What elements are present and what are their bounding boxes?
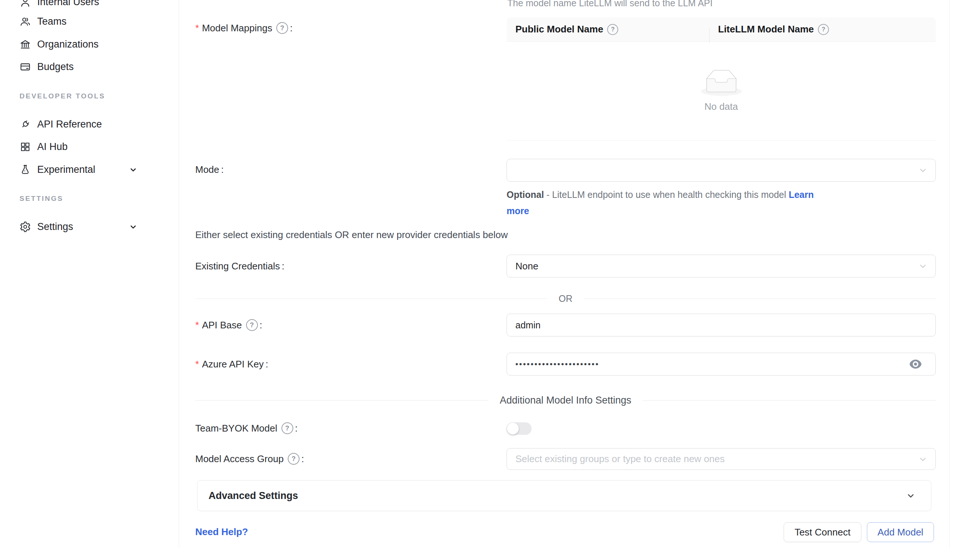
need-help-link[interactable]: Need Help? (195, 526, 248, 538)
help-icon[interactable]: ? (288, 453, 299, 465)
sidebar-item-settings[interactable]: Settings (0, 215, 138, 238)
sidebar-item-label: Internal Users (37, 0, 99, 8)
required-mark: * (195, 358, 199, 370)
sidebar-item-label: Experimental (37, 164, 95, 175)
team-byok-label: Team-BYOK Model ? : (195, 422, 298, 435)
model-access-group-select[interactable]: Select existing groups or type to create… (507, 448, 936, 470)
table-header-row: Public Model Name ? LiteLLM Model Name ? (507, 18, 936, 41)
sidebar-item-organizations[interactable]: Organizations (0, 33, 138, 56)
user-icon (19, 0, 31, 8)
chevron-down-icon (918, 261, 928, 271)
chevron-down-icon (918, 454, 928, 464)
api-base-field-wrap (507, 314, 936, 336)
required-mark: * (195, 320, 199, 331)
api-plug-icon (19, 119, 31, 130)
sidebar-item-label: Settings (37, 221, 73, 233)
team-byok-toggle[interactable] (507, 422, 531, 435)
api-base-label: * API Base ? : (195, 319, 262, 331)
azure-api-key-label: * Azure API Key : (195, 358, 268, 370)
add-model-button[interactable]: Add Model (867, 522, 934, 542)
sidebar-item-label: Teams (37, 16, 67, 27)
sidebar-item-label: AI Hub (37, 141, 68, 153)
help-icon[interactable]: ? (246, 319, 258, 331)
advanced-settings-panel[interactable]: Advanced Settings (197, 480, 931, 511)
eye-icon[interactable] (908, 358, 923, 370)
existing-credentials-label: Existing Credentials : (195, 260, 285, 272)
no-data-text: No data (705, 101, 738, 112)
required-mark: * (195, 22, 199, 34)
chevron-down-icon (128, 222, 138, 232)
chevron-down-icon (128, 165, 138, 175)
column-header-litellm-model-name: LiteLLM Model Name ? (709, 24, 936, 35)
mode-select[interactable] (507, 159, 936, 182)
help-icon[interactable]: ? (818, 24, 829, 35)
empty-box-icon (701, 70, 742, 96)
sidebar-item-label: API Reference (37, 119, 102, 130)
sidebar-item-experimental[interactable]: Experimental (0, 158, 138, 181)
credit-card-icon (19, 61, 31, 73)
chevron-down-icon (918, 166, 928, 175)
advanced-settings-title: Advanced Settings (208, 490, 298, 502)
sidebar-item-label: Organizations (37, 39, 99, 50)
credentials-note: Either select existing credentials OR en… (195, 229, 508, 241)
additional-settings-divider-text: Additional Model Info Settings (500, 395, 631, 406)
sidebar: Internal Users Teams Organizations Budge… (0, 0, 179, 548)
bank-icon (19, 39, 31, 50)
model-mappings-table: Public Model Name ? LiteLLM Model Name ?… (507, 18, 936, 141)
additional-settings-divider: Additional Model Info Settings (195, 395, 936, 406)
model-name-hint: The model name LiteLLM will send to the … (508, 0, 713, 8)
content-right-border (950, 0, 950, 548)
mode-help-text: Optional - LiteLLM endpoint to use when … (507, 186, 833, 219)
model-access-group-placeholder: Select existing groups or type to create… (515, 453, 725, 465)
api-base-input[interactable] (515, 320, 915, 331)
existing-credentials-select[interactable]: None (507, 255, 936, 277)
mode-label: Mode : (195, 163, 224, 176)
help-icon[interactable]: ? (607, 24, 618, 35)
users-icon (19, 16, 31, 27)
sidebar-section-developer-tools: DEVELOPER TOOLS (19, 92, 105, 100)
sidebar-item-label: Budgets (37, 61, 74, 73)
column-header-public-model-name: Public Model Name ? (507, 24, 709, 35)
azure-api-key-field-wrap (507, 353, 936, 376)
appstore-icon (19, 141, 31, 153)
chevron-down-icon (905, 490, 916, 501)
or-divider: OR (195, 293, 936, 304)
model-mappings-label: * Model Mappings ? : (195, 22, 293, 34)
sidebar-item-ai-hub[interactable]: AI Hub (0, 135, 138, 158)
sidebar-item-api-reference[interactable]: API Reference (0, 113, 138, 135)
sidebar-item-budgets[interactable]: Budgets (0, 55, 138, 78)
help-icon[interactable]: ? (276, 22, 288, 34)
sidebar-section-settings: SETTINGS (19, 194, 64, 203)
azure-api-key-input[interactable] (515, 360, 915, 368)
toggle-knob (507, 423, 519, 435)
flask-icon (19, 164, 31, 175)
test-connect-button[interactable]: Test Connect (784, 522, 861, 542)
table-empty-state: No data (507, 41, 936, 141)
model-access-group-label: Model Access Group ? : (195, 452, 304, 465)
help-icon[interactable]: ? (282, 422, 293, 434)
sidebar-item-teams[interactable]: Teams (0, 10, 138, 33)
or-divider-text: OR (558, 293, 573, 304)
gear-icon (19, 221, 31, 233)
